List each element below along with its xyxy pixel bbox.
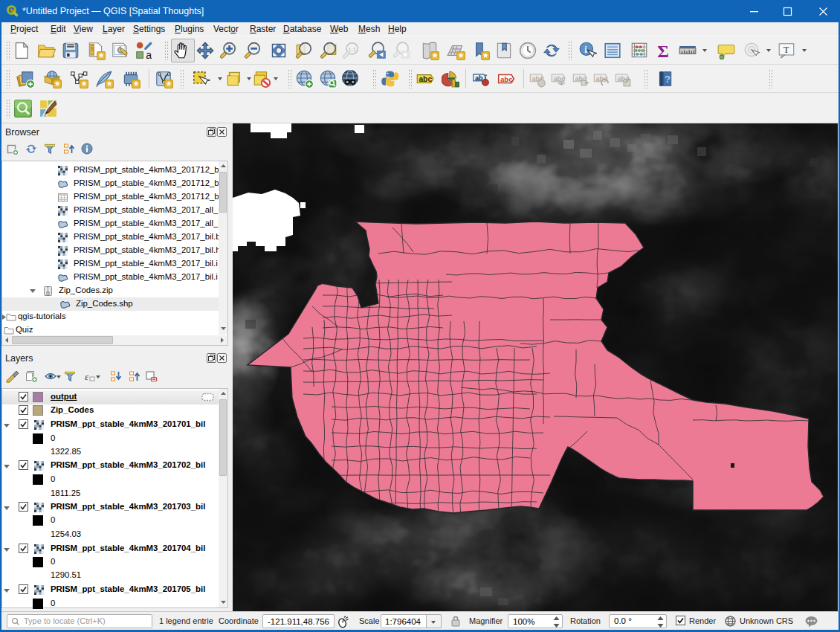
svg-text:Σ: Σ	[657, 42, 669, 60]
svg-text:a: a	[146, 49, 152, 60]
svg-text:T: T	[784, 44, 789, 55]
svg-text:abc: abc	[553, 75, 565, 83]
svg-text:1:1: 1:1	[348, 46, 357, 53]
svg-text:?: ?	[665, 74, 671, 85]
svg-text:ab: ab	[475, 74, 483, 82]
svg-text:abc: abc	[419, 75, 432, 83]
svg-text:ε: ε	[85, 371, 89, 382]
svg-text:abc: abc	[500, 75, 513, 83]
